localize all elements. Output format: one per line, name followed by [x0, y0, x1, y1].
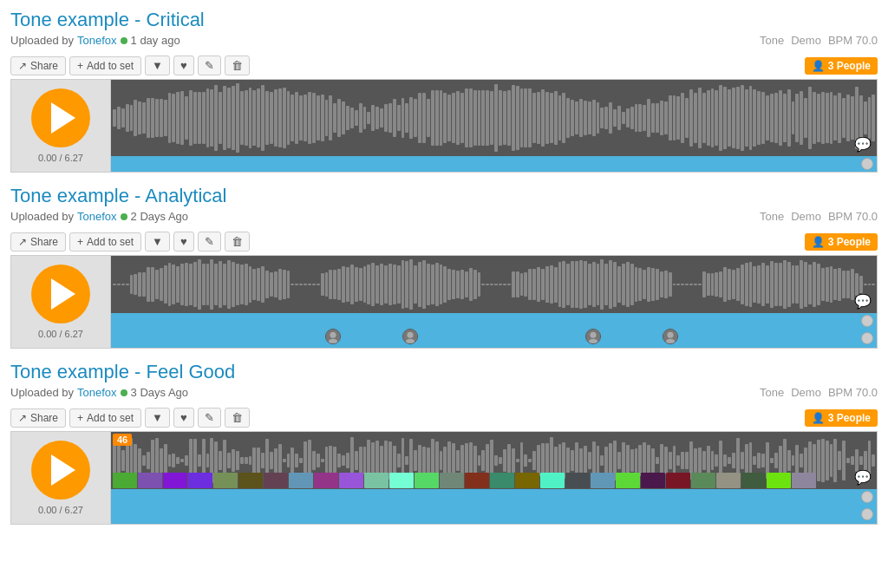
play-button[interactable] — [31, 265, 90, 323]
uploader-link[interactable]: Tonefox — [77, 210, 117, 223]
uploader-link[interactable]: Tonefox — [77, 34, 117, 47]
share-button[interactable]: ↗ Share — [10, 232, 66, 252]
waveform-bar — [757, 91, 761, 145]
waveform-bar — [842, 98, 846, 138]
waveform-bar — [833, 269, 837, 300]
waveform-bar — [346, 267, 349, 302]
waveform-bar — [261, 266, 264, 303]
waveform-bar — [643, 105, 646, 131]
comment-avatar-marker[interactable] — [402, 329, 418, 344]
waveform-bar — [402, 260, 405, 309]
waveform-bar — [375, 107, 379, 130]
waveform-bar — [321, 459, 324, 462]
waveform-bar — [397, 105, 401, 131]
waveform-bar — [753, 266, 756, 303]
waveform-bar — [337, 269, 341, 300]
progress-bar[interactable] — [111, 489, 877, 505]
like-button[interactable]: ♥ — [173, 232, 194, 252]
waveform-bar — [160, 268, 163, 302]
add-to-set-label: Add to set — [87, 60, 134, 72]
waveform-bar — [486, 90, 489, 145]
waveform-bar — [333, 103, 336, 134]
waveform-bar — [736, 87, 740, 148]
progress-bar[interactable] — [111, 313, 877, 329]
add-to-set-button[interactable]: + Add to set — [69, 232, 141, 252]
waveform-bar — [198, 259, 201, 309]
waveform-bar — [274, 448, 278, 474]
waveform-bar — [537, 267, 540, 302]
waveform-bar — [554, 267, 558, 303]
waveform-bar — [694, 448, 697, 473]
waveform-bar — [804, 262, 807, 307]
online-indicator — [121, 389, 127, 396]
waveform-bar — [270, 452, 273, 469]
waveform-bar — [219, 92, 222, 144]
edit-button[interactable]: ✎ — [198, 56, 221, 75]
like-button[interactable]: ♥ — [173, 408, 194, 428]
delete-button[interactable]: 🗑 — [225, 56, 250, 75]
waveform-bar — [512, 271, 515, 298]
download-button[interactable]: ▼ — [145, 232, 170, 252]
waveform-bar — [405, 456, 408, 465]
waveform-bar — [761, 92, 765, 145]
people-count: 3 People — [828, 60, 871, 72]
waveform-bar — [520, 88, 524, 147]
edit-button[interactable]: ✎ — [198, 232, 221, 252]
track-toolbar: ↗ Share + Add to set ▼ ♥ ✎ 🗑 — [10, 228, 878, 255]
download-button[interactable]: ▼ — [145, 408, 170, 428]
comment-avatar-marker[interactable] — [325, 329, 341, 344]
uploader-link[interactable]: Tonefox — [77, 386, 117, 399]
delete-button[interactable]: 🗑 — [225, 232, 250, 252]
waveform-bar — [245, 90, 248, 146]
waveform-bar — [380, 264, 383, 305]
waveform-bar — [270, 92, 273, 144]
player-area: 0.00 / 6.27 46 💬 — [10, 431, 878, 525]
waveform-bar — [278, 88, 282, 148]
download-button[interactable]: ▼ — [145, 56, 170, 75]
share-button[interactable]: ↗ Share — [10, 56, 66, 75]
time-display: 0.00 / 6.27 — [38, 153, 83, 163]
waveform-canvas[interactable]: 💬 — [111, 256, 877, 313]
play-button[interactable] — [31, 441, 90, 500]
pencil-icon: ✎ — [205, 411, 214, 424]
waveform-bar — [711, 451, 715, 470]
play-button[interactable] — [31, 88, 90, 147]
waveform-bar — [864, 451, 867, 470]
waveform-outer: 💬 — [111, 256, 877, 348]
waveform-bar — [838, 268, 841, 302]
share-button[interactable]: ↗ Share — [10, 408, 66, 428]
waveform-bar — [864, 284, 867, 285]
thumbnail-marker — [415, 473, 439, 488]
upload-time: 3 Days Ago — [131, 386, 189, 399]
waveform-bar — [826, 267, 829, 303]
track-item: Tone example - Critical Uploaded by Tone… — [0, 0, 888, 173]
waveform-canvas[interactable]: 💬 — [111, 80, 877, 156]
waveform-bar — [774, 453, 778, 469]
waveform-bar — [325, 100, 329, 135]
waveform-bar — [830, 266, 833, 302]
waveform-bar — [588, 264, 591, 304]
progress-bar[interactable] — [111, 156, 877, 172]
online-indicator — [121, 37, 127, 44]
waveform-bar — [176, 457, 180, 464]
delete-button[interactable]: 🗑 — [225, 408, 250, 428]
waveform-bar — [117, 107, 121, 130]
trash-icon: 🗑 — [232, 411, 243, 424]
like-button[interactable]: ♥ — [173, 56, 194, 75]
waveform-bar — [787, 89, 791, 146]
waveform-bar — [723, 454, 727, 467]
comment-avatar-marker[interactable] — [663, 329, 678, 344]
waveform-bar — [252, 269, 256, 301]
waveform-bar — [265, 271, 269, 298]
waveform-canvas[interactable]: 46 💬 — [111, 432, 877, 489]
add-to-set-button[interactable]: + Add to set — [69, 408, 141, 428]
edit-button[interactable]: ✎ — [198, 408, 221, 428]
waveform-bar — [172, 265, 175, 305]
add-to-set-button[interactable]: + Add to set — [69, 56, 141, 75]
waveform-bar — [792, 101, 795, 134]
comment-avatar-marker[interactable] — [585, 329, 601, 344]
waveform-bar — [669, 272, 672, 297]
waveform-bar — [597, 102, 600, 134]
waveform-bar — [795, 265, 799, 304]
waveform-bar — [833, 95, 837, 140]
